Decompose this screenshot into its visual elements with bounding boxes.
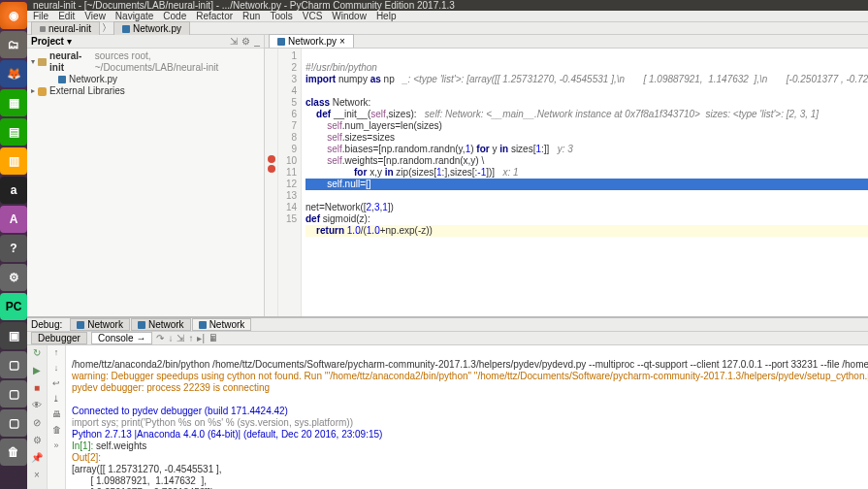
scroll-icon[interactable]: ⤓ — [49, 394, 63, 406]
tree-file-label: Network.py — [69, 74, 117, 85]
rerun-icon[interactable]: ↻ — [30, 347, 44, 361]
impress-icon[interactable]: ▤ — [0, 118, 27, 146]
menu-refactor[interactable]: Refactor — [196, 11, 233, 21]
editor-tab[interactable]: Network.py × — [269, 34, 354, 48]
pycharm-icon[interactable]: PC — [0, 293, 27, 320]
breakpoint-gutter[interactable] — [265, 49, 278, 316]
python-icon — [122, 25, 130, 33]
line-num: 13 — [278, 190, 297, 202]
run-to-cursor-icon[interactable]: ▸| — [197, 333, 205, 343]
settings-icon[interactable]: ⚙ — [241, 36, 250, 47]
python-icon — [138, 321, 145, 329]
writer-icon[interactable]: ▥ — [0, 147, 27, 175]
view-bp-icon[interactable]: 👁 — [30, 400, 44, 413]
settings-icon[interactable]: ⚙ — [0, 264, 27, 291]
trash-icon[interactable]: 🗑 — [0, 439, 27, 466]
nav-project[interactable]: neural-init — [31, 21, 100, 35]
app-icon-4[interactable]: ▢ — [0, 409, 27, 437]
highlighted-line: return 1.0/(1.0+np.exp(-z)) — [305, 225, 868, 237]
editor-body[interactable]: 1 2 3 4 5 6 7 8 9 10 11 12 13 14 15 #!/u… — [265, 49, 868, 316]
console-line: warning: Debugger speedups using cython … — [72, 371, 868, 381]
collapse-icon[interactable]: ⇲ — [230, 36, 238, 47]
step-out-icon[interactable]: ↑ — [188, 333, 193, 343]
console-line: Python 2.7.13 |Anaconda 4.4.0 (64-bit)| … — [72, 429, 382, 440]
debug-session-tab[interactable]: Network — [70, 318, 130, 331]
debugger-tab[interactable]: Debugger — [31, 332, 87, 344]
clear-icon[interactable]: 🗑 — [49, 425, 63, 437]
menu-file[interactable]: File — [33, 11, 48, 21]
app-icon-3[interactable]: ▢ — [0, 380, 27, 408]
evaluate-icon[interactable]: 🖩 — [209, 333, 218, 343]
close-tab-icon[interactable]: × — [339, 36, 345, 47]
resume-icon[interactable]: ▶ — [30, 365, 44, 378]
tree-external-libs[interactable]: ▸ External Libraries — [31, 85, 260, 97]
new-console-icon[interactable]: » — [49, 440, 63, 452]
dropdown-icon[interactable]: ▾ — [67, 36, 72, 47]
line-num: 15 — [278, 213, 297, 225]
window-title: neural-init - [~/Documents/LAB/neural-in… — [33, 0, 455, 11]
breakpoint-icon[interactable] — [268, 155, 275, 163]
debug-session-tab[interactable]: Network — [192, 318, 252, 331]
tree-root[interactable]: ▾ neural-init sources root, ~/Documents/… — [31, 50, 260, 74]
hide-icon[interactable]: ⎯ — [254, 36, 260, 47]
pin-icon[interactable]: 📌 — [30, 452, 44, 466]
python-icon — [77, 321, 84, 329]
tree-external-label: External Libraries — [49, 85, 125, 97]
step-into-icon[interactable]: ↓ — [168, 333, 173, 343]
down-icon[interactable]: ↓ — [49, 363, 63, 375]
software-icon[interactable]: A — [0, 206, 27, 233]
console-toolbar: ↑ ↓ ↩ ⤓ 🖶 🗑 » — [47, 345, 66, 489]
line-num: 2 — [278, 62, 297, 74]
app-icon-1[interactable]: ▣ — [0, 322, 27, 349]
tree-file[interactable]: Network.py — [31, 74, 260, 85]
firefox-icon[interactable]: 🦊 — [0, 60, 27, 87]
project-tool-window: Project ▾ ⇲ ⚙ ⎯ ▾ neural-init sources ro… — [27, 35, 265, 316]
help-icon[interactable]: ? — [0, 235, 27, 262]
menu-tools[interactable]: Tools — [270, 11, 292, 21]
menu-vcs[interactable]: VCS — [303, 11, 323, 21]
console-line: Out[2]: — [72, 452, 101, 463]
menu-run[interactable]: Run — [242, 11, 260, 21]
calc-icon[interactable]: ▦ — [0, 89, 27, 116]
console-line: Connected to pydev debugger (build 171.4… — [72, 406, 288, 416]
console-output[interactable]: /home/ttz/anaconda2/bin/python /home/ttz… — [66, 345, 868, 489]
line-gutter: 1 2 3 4 5 6 7 8 9 10 11 12 13 14 15 — [278, 49, 302, 316]
menu-edit[interactable]: Edit — [58, 11, 75, 21]
stop-icon[interactable]: ■ — [30, 382, 44, 396]
line-num: 11 — [278, 167, 297, 179]
step-into-my-icon[interactable]: ⇲ — [177, 333, 184, 343]
console-line: /home/ttz/anaconda2/bin/python /home/ttz… — [72, 359, 868, 370]
up-icon[interactable]: ↑ — [49, 347, 63, 359]
console-line: import sys; print('Python %s on %s' % (s… — [72, 417, 353, 428]
console-tab[interactable]: Console → — [91, 332, 152, 344]
project-panel-title: Project — [31, 36, 64, 47]
dash-icon[interactable]: ◉ — [0, 2, 27, 29]
step-over-icon[interactable]: ↷ — [156, 333, 164, 343]
menu-code[interactable]: Code — [163, 11, 186, 21]
breakpoint-icon[interactable] — [268, 165, 275, 173]
print-icon[interactable]: 🖶 — [49, 409, 63, 421]
nav-path: neural-init 〉 Network.py — [27, 22, 868, 35]
amazon-icon[interactable]: a — [0, 177, 27, 204]
menu-help[interactable]: Help — [376, 11, 397, 21]
debug-session-tab[interactable]: Network — [131, 318, 191, 331]
mute-bp-icon[interactable]: ⊘ — [30, 417, 44, 431]
library-icon — [38, 87, 47, 96]
app-icon-2[interactable]: ▢ — [0, 351, 27, 378]
menu-navigate[interactable]: Navigate — [115, 11, 153, 21]
project-panel-header: Project ▾ ⇲ ⚙ ⎯ — [27, 35, 264, 49]
console-line: [ 1.09887921, 1.147632 ], — [72, 475, 207, 486]
expand-icon[interactable]: ▾ — [31, 56, 35, 68]
files-icon[interactable]: 🗂 — [0, 31, 27, 58]
menu-view[interactable]: View — [84, 11, 106, 21]
wrap-icon[interactable]: ↩ — [49, 378, 63, 390]
menu-window[interactable]: Window — [332, 11, 367, 21]
expand-icon[interactable]: ▸ — [31, 85, 35, 97]
debug-header: Debug: Network Network Network ⚙ ⎯ — [27, 318, 868, 332]
line-num: 9 — [278, 144, 297, 155]
settings-icon[interactable]: ⚙ — [30, 435, 44, 448]
debug-title: Debug: — [31, 319, 62, 330]
nav-file[interactable]: Network.py — [113, 21, 190, 35]
code-area[interactable]: #!/usr/bin/python import numpy as np _: … — [302, 49, 868, 316]
close-icon[interactable]: × — [30, 470, 44, 483]
